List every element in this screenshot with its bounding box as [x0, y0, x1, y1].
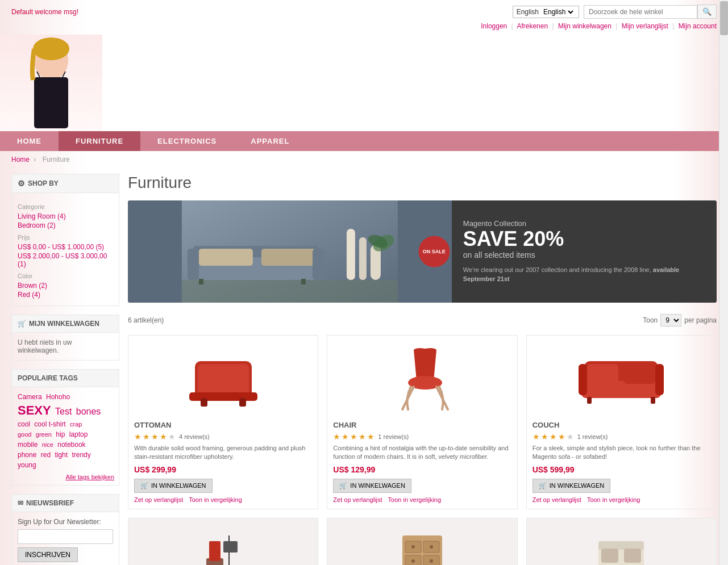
tag-notebook[interactable]: notebook	[57, 441, 85, 449]
product-links-chair: Zet op verlanglijst Toon in vergelijking	[333, 496, 511, 503]
cart-btn-icon: 🛒	[539, 482, 547, 489]
star-5: ★	[168, 432, 176, 441]
nav-link-furniture[interactable]: FURNITURE	[59, 131, 140, 151]
tag-young[interactable]: young	[18, 461, 36, 469]
tag-test[interactable]: Test	[55, 407, 72, 417]
tag-camera[interactable]: Camera	[18, 393, 42, 401]
compare-couch[interactable]: Toon in vergelijking	[587, 496, 640, 503]
placeholder-svg-1	[195, 524, 252, 565]
per-page-label: per pagina	[684, 316, 717, 324]
tag-nice[interactable]: nice	[42, 441, 53, 448]
nav-item-apparel[interactable]: APPAREL	[234, 131, 306, 151]
tag-bones[interactable]: bones	[76, 407, 101, 417]
product-placeholder-2	[327, 518, 517, 565]
breadcrumb-home[interactable]: Home	[11, 156, 30, 164]
cart-empty-message: U hebt niets in uw winkelwagen.	[18, 338, 113, 354]
tag-hohoho[interactable]: Hohoho	[46, 393, 70, 401]
star-2: ★	[342, 432, 349, 441]
tag-trendy[interactable]: trendy	[72, 451, 90, 459]
filter-bedroom[interactable]: Bedroom (2)	[18, 221, 113, 229]
breadcrumb: Home › Furniture	[0, 151, 728, 168]
breadcrumb-current: Furniture	[43, 156, 70, 164]
tag-cool-tshirt[interactable]: cool t-shirt	[34, 420, 65, 428]
filter-brown[interactable]: Brown (2)	[18, 282, 113, 290]
star-1: ★	[333, 432, 340, 441]
stars-couch: ★ ★ ★ ★ ★ 1 review(s)	[533, 432, 710, 441]
filter-price-high[interactable]: US$ 2.000,00 - US$ 3.000,00 (1)	[18, 252, 113, 268]
product-desc-chair: Combining a hint of nostalgia with the u…	[333, 444, 511, 462]
compare-ottoman[interactable]: Toon in vergelijking	[189, 496, 242, 503]
star-2: ★	[541, 432, 548, 441]
nav-item-electronics[interactable]: ELECTRONICS	[140, 131, 234, 151]
product-name-ottoman: OTTOMAN	[134, 421, 312, 429]
compare-chair[interactable]: Toon in vergelijking	[388, 496, 442, 503]
star-1: ★	[533, 432, 540, 441]
tags-block: POPULAIRE TAGS Camera Hohoho SEXY Test b…	[11, 369, 119, 486]
svg-rect-13	[199, 279, 203, 284]
wishlist-ottoman[interactable]: Zet op verlanglijst	[134, 496, 183, 503]
login-link[interactable]: Inloggen	[481, 22, 507, 30]
language-selector[interactable]: English English	[513, 6, 579, 18]
tag-hip[interactable]: hip	[56, 430, 65, 438]
product-price-ottoman: US$ 299,99	[134, 465, 312, 474]
gear-icon: ⚙	[18, 179, 25, 188]
cart-link[interactable]: Mijn winkelwagen	[558, 22, 611, 30]
wishlist-couch[interactable]: Zet op verlanglijst	[533, 496, 581, 503]
nav-link-electronics[interactable]: ELECTRONICS	[140, 131, 234, 151]
svg-rect-9	[199, 249, 253, 266]
tag-mobile[interactable]: mobile	[18, 441, 38, 449]
search-icon: 🔍	[702, 7, 712, 16]
star-1: ★	[134, 432, 142, 441]
tag-tight[interactable]: tight	[55, 451, 68, 459]
color-filter-title: Color	[18, 273, 113, 279]
banner-image	[128, 200, 452, 303]
svg-rect-11	[188, 249, 199, 280]
product-links-ottoman: Zet op verlanglijst Toon in vergelijking	[134, 496, 312, 503]
add-to-cart-chair[interactable]: 🛒 IN WINKELWAGEN	[333, 479, 411, 493]
svg-rect-35	[651, 397, 655, 404]
sidebar: ⚙ SHOP BY Categorie Living Room (4) Bedr…	[11, 174, 119, 565]
logo[interactable]	[0, 35, 102, 131]
tag-crap[interactable]: crap	[70, 421, 82, 428]
svg-rect-32	[579, 364, 587, 395]
tag-cool[interactable]: cool	[18, 420, 30, 428]
language-dropdown[interactable]: English	[541, 7, 575, 16]
wishlist-chair[interactable]: Zet op verlanglijst	[333, 496, 382, 503]
svg-rect-52	[598, 541, 644, 550]
filter-red[interactable]: Red (4)	[18, 291, 113, 299]
newsletter-email-input[interactable]	[18, 529, 113, 544]
search-input[interactable]	[584, 5, 697, 19]
email-icon: ✉	[18, 499, 23, 507]
wishlist-link[interactable]: Mijn verlanglijst	[622, 22, 668, 30]
checkout-link[interactable]: Afrekenen	[517, 22, 548, 30]
product-links-couch: Zet op verlanglijst Toon in vergelijking	[533, 496, 710, 503]
nav-item-home[interactable]: HOME	[0, 131, 59, 151]
breadcrumb-separator: ›	[34, 156, 36, 164]
filter-price-low[interactable]: US$ 0,00 - US$ 1.000,00 (5)	[18, 243, 113, 251]
scroll-thumb[interactable]	[720, 1, 728, 35]
tag-good[interactable]: good	[18, 431, 31, 438]
reviews-ottoman: 4 review(s)	[179, 433, 210, 440]
newsletter-subscribe-button[interactable]: INSCHRIJVEN	[18, 547, 78, 562]
nav-link-apparel[interactable]: APPAREL	[234, 131, 306, 151]
scrollbar[interactable]	[719, 0, 728, 565]
separator-3: |	[615, 22, 617, 30]
tag-laptop[interactable]: laptop	[69, 430, 88, 438]
add-to-cart-ottoman[interactable]: 🛒 IN WINKELWAGEN	[134, 479, 213, 493]
nav-item-furniture[interactable]: FURNITURE	[59, 131, 140, 151]
svg-rect-6	[182, 280, 398, 303]
add-to-cart-couch[interactable]: 🛒 IN WINKELWAGEN	[533, 479, 611, 493]
per-page-dropdown[interactable]: 9	[660, 314, 681, 327]
account-link[interactable]: Mijn account	[679, 22, 717, 30]
search-button[interactable]: 🔍	[697, 5, 717, 19]
svg-rect-15	[347, 229, 355, 280]
tag-sexy[interactable]: SEXY	[18, 403, 51, 418]
all-tags-link[interactable]: Alle tags bekijken	[16, 474, 114, 480]
svg-point-46	[430, 545, 433, 549]
tag-phone[interactable]: phone	[18, 451, 36, 459]
main-nav: HOME FURNITURE ELECTRONICS APPAREL	[0, 131, 728, 151]
tag-red[interactable]: red	[41, 451, 51, 459]
filter-living-room[interactable]: Living Room (4)	[18, 212, 113, 220]
tag-green[interactable]: green	[36, 431, 52, 438]
nav-link-home[interactable]: HOME	[0, 131, 59, 151]
